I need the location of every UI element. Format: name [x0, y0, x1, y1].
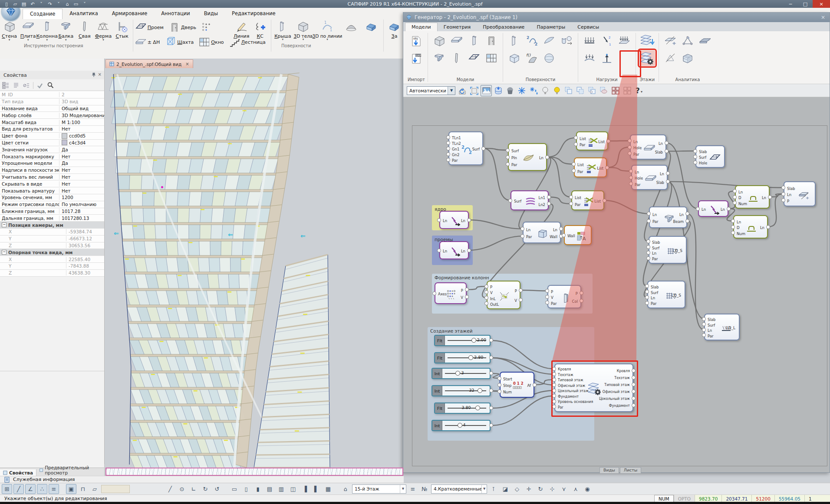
property-value[interactable]: 1200 [59, 195, 104, 200]
input-port-Ln[interactable] [731, 219, 735, 223]
panel-close-icon[interactable]: × [98, 72, 102, 79]
slider-s5[interactable]: Flt3.80 [434, 403, 491, 414]
property-value[interactable]: Да [59, 160, 104, 166]
viewport-tab[interactable]: 2_Evolution_.spf:Общий вид × [105, 59, 193, 68]
tool-3D по линии[interactable]: 113D по линии▾ [313, 20, 341, 41]
snap-angle-icon[interactable]: ∠ [25, 484, 36, 494]
node-list3[interactable]: ListParList [571, 190, 604, 210]
input-port-Ln[interactable] [437, 218, 441, 222]
property-value[interactable]: -59384.74 [66, 229, 104, 234]
dropdown-caret[interactable]: ▾ [102, 39, 104, 41]
output-port-List[interactable] [605, 166, 609, 170]
grid-plain-icon[interactable] [622, 85, 632, 96]
tool-Балка[interactable]: Балка▾ [56, 20, 75, 41]
node-tln[interactable]: TLn1TLn2Gn1Gn2ParSurf22 [448, 131, 483, 165]
update-mode-dropdown[interactable]: Автоматически ▼ [407, 86, 455, 95]
cube-button[interactable] [431, 33, 447, 49]
generator-titlebar[interactable]: Генератор - 2_Evolution_.spf (Здание 1) … [403, 13, 830, 22]
input-port-Gn2[interactable] [446, 152, 450, 156]
tool-Крыша[interactable]: Крыша▾ [273, 20, 293, 41]
image-icon[interactable] [481, 85, 492, 96]
input-port-Num[interactable] [733, 201, 737, 205]
output-port-Surf[interactable] [481, 147, 485, 151]
node-walla[interactable]: WallA [564, 225, 592, 245]
input-port-P[interactable] [781, 198, 785, 202]
apply-check-icon[interactable] [36, 82, 44, 89]
node-off1[interactable]: LnDNumLn [735, 185, 770, 209]
doors-green-2-icon[interactable]: ▌ [311, 484, 322, 494]
property-row[interactable]: Тип вида3D вид [0, 98, 104, 105]
property-row[interactable]: Z30653.56 [0, 242, 104, 249]
doors-green-1-icon[interactable]: ▐ [300, 484, 310, 494]
slabI-button[interactable] [449, 33, 464, 49]
load-line-button[interactable] [582, 50, 597, 66]
frame-cube-icon[interactable] [469, 85, 479, 96]
output-port-Ln[interactable] [545, 155, 549, 159]
fdome-button[interactable]: f() [524, 50, 540, 66]
tool-± ΔН[interactable]: ± ΔН [135, 36, 160, 49]
cylsphere-button[interactable] [559, 33, 574, 49]
input-port-Ln[interactable] [437, 249, 441, 252]
muffin-icon[interactable] [505, 85, 515, 96]
input-port-TLn1[interactable] [446, 135, 450, 139]
rotate-y-icon[interactable]: ↺ [212, 484, 222, 494]
import-obj-button[interactable]: obj [408, 33, 424, 49]
tool-Плита[interactable]: Плита▾ [19, 20, 37, 41]
input-port-D[interactable] [733, 195, 737, 199]
node-twolines[interactable]: SurfLn1Ln2 [511, 190, 549, 210]
generator-tab-Преобразование[interactable]: Преобразование [477, 23, 530, 31]
property-row[interactable]: Надписи в плоскости эк...Нет [0, 167, 104, 174]
property-value[interactable]: 30653.56 [66, 243, 104, 248]
property-row[interactable]: Цвет фонаccd0d5 [0, 133, 104, 140]
proemI-button[interactable] [466, 50, 482, 66]
circle-draw-icon[interactable]: ⊙ [177, 484, 187, 494]
dropdown-caret[interactable]: ▾ [65, 39, 67, 41]
roof-button[interactable] [507, 33, 522, 49]
output-port-Col[interactable] [580, 299, 583, 303]
viewport-tab-close[interactable]: × [184, 62, 189, 66]
help-icon[interactable]: ?▾ [634, 85, 644, 96]
minimize-button[interactable]: ─ [783, 0, 798, 8]
output-port-Af[interactable] [533, 383, 537, 387]
input-port-Ln[interactable] [629, 169, 633, 173]
property-row[interactable]: Z43638.30 [0, 270, 104, 277]
node-surfln[interactable]: SurfPlnParLn [508, 143, 547, 171]
node-slab1[interactable]: LnHoleParLnSlab [630, 134, 666, 160]
input-port-Hole[interactable] [629, 176, 633, 180]
snap-line-icon[interactable]: ╱ [13, 484, 24, 494]
property-value[interactable]: 43638.30 [66, 270, 104, 275]
cube-gear-icon[interactable]: ▥ [276, 484, 287, 494]
snap-axis-icon[interactable]: ≡ [49, 484, 59, 494]
node-ldl[interactable]: SlabSurfLnParLD_L [704, 314, 740, 340]
node-move1[interactable]: LnLn [698, 200, 728, 217]
input-port-Surf[interactable] [506, 148, 510, 152]
input-port-Par[interactable] [506, 162, 510, 166]
input-port-P[interactable] [545, 289, 549, 293]
curves2-button[interactable]: 22 [524, 33, 540, 49]
property-row[interactable]: Y-66673.12 [0, 236, 104, 242]
output-port-Ln[interactable] [665, 141, 669, 145]
ana-tri2-button[interactable] [662, 50, 678, 66]
slider-output-port[interactable] [489, 338, 493, 342]
rotate-tool-icon[interactable]: ↻ [535, 484, 546, 494]
input-port-Par[interactable] [629, 182, 633, 186]
dropdown-caret[interactable]: ▾ [303, 39, 304, 41]
load-dist-button[interactable] [582, 33, 597, 49]
grp2-icon[interactable] [575, 85, 586, 96]
filter-list-icon[interactable] [23, 82, 30, 89]
preview-strip[interactable] [105, 468, 403, 476]
input-port-Par[interactable] [520, 234, 524, 238]
slider-track[interactable]: 3.80 [445, 403, 490, 413]
input-port-Step[interactable] [497, 383, 501, 387]
input-port-Ln[interactable] [781, 192, 785, 196]
snow-drops-icon[interactable] [528, 85, 539, 96]
node-contour[interactable]: SlabSurfHole [695, 145, 725, 168]
node-prm[interactable]: LnLn [439, 241, 469, 259]
input-port-Hole[interactable] [693, 160, 697, 164]
output-port-Beam[interactable] [685, 219, 689, 223]
collapse-icon[interactable]: − [2, 250, 7, 255]
input-port-Ln[interactable] [628, 139, 632, 143]
slider-output-port[interactable] [489, 356, 493, 360]
pin-icon[interactable] [91, 72, 96, 79]
property-row[interactable]: Значения нагрузокДа [0, 146, 104, 153]
